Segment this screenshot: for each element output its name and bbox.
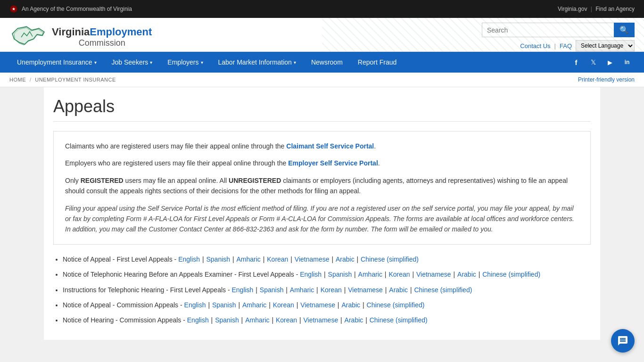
nav-labor-market[interactable]: Labor Market Information ▾ (211, 52, 304, 73)
logo-text: VirginiaEmployment Commission (52, 26, 152, 48)
logo-employment: Employment (90, 26, 152, 38)
find-agency-link[interactable]: Find an Agency (595, 6, 635, 12)
nav-links: Unemployment Insurance ▾ Job Seekers ▾ E… (9, 52, 569, 73)
page-title: Appeals (53, 97, 591, 122)
content-box: Claimants who are registered users may f… (53, 131, 591, 245)
notice-hearing-commission-korean[interactable]: Korean (276, 316, 297, 324)
search-button[interactable]: 🔍 (614, 23, 635, 37)
list-item-label: Notice of Appeal - Commission Appeals - (63, 301, 184, 309)
notice-appeal-first-chinese[interactable]: Chinese (simplified) (361, 255, 419, 263)
notice-hearing-commission-amharic[interactable]: Amharic (245, 316, 269, 324)
instructions-telephonic-spanish[interactable]: Spanish (260, 286, 284, 294)
notice-appeal-first-korean[interactable]: Korean (267, 255, 288, 263)
notice-appeal-commission-arabic[interactable]: Arabic (341, 301, 360, 309)
logo-commission: Commission (52, 38, 152, 48)
notice-appeal-first-english[interactable]: English (178, 255, 200, 263)
notice-hearing-commission-chinese[interactable]: Chinese (simplified) (370, 316, 428, 324)
nav-employers[interactable]: Employers ▾ (160, 52, 210, 73)
notice-appeal-commission-korean[interactable]: Korean (273, 301, 294, 309)
notice-appeal-first-vietnamese[interactable]: Vietnamese (295, 255, 330, 263)
notice-hearing-commission-vietnamese[interactable]: Vietnamese (304, 316, 339, 324)
search-row: 🔍 (482, 23, 635, 37)
breadcrumb-section: UNEMPLOYMENT INSURANCE (35, 77, 116, 82)
linkedin-icon[interactable]: in (619, 55, 635, 70)
registered-para: Only REGISTERED users may file an appeal… (65, 175, 579, 197)
virginia-gov-link[interactable]: Virginia.gov (558, 6, 587, 12)
top-bar: ★ An Agency of the Commonwealth of Virgi… (0, 0, 644, 18)
header: VirginiaEmployment Commission 🔍 Contact … (0, 18, 644, 52)
employer-portal-link[interactable]: Employer Self Service Portal (288, 159, 378, 167)
notice-appeal-commission-vietnamese[interactable]: Vietnamese (300, 301, 335, 309)
notice-appeal-first-spanish[interactable]: Spanish (206, 255, 230, 263)
nav-newsroom[interactable]: Newsroom (304, 52, 350, 73)
list-item-label: Notice of Appeal - First Level Appeals - (63, 255, 178, 263)
dropdown-arrow: ▾ (294, 60, 296, 65)
instructions-telephonic-english[interactable]: English (231, 286, 253, 294)
list-item-label: Notice of Hearing - Commission Appeals - (63, 316, 187, 324)
notice-telephonic-chinese[interactable]: Chinese (simplified) (482, 271, 540, 278)
notice-telephonic-spanish[interactable]: Spanish (328, 271, 352, 278)
facebook-icon[interactable]: f (569, 55, 584, 70)
list-item: Notice of Appeal - First Level Appeals -… (63, 254, 591, 264)
dropdown-arrow: ▾ (201, 60, 203, 65)
header-right: 🔍 Contact Us | FAQ Select Language Engli… (482, 23, 635, 51)
notice-hearing-commission-english[interactable]: English (187, 316, 209, 324)
breadcrumb-path: HOME / UNEMPLOYMENT INSURANCE (9, 77, 116, 82)
chat-icon (617, 335, 628, 340)
top-bar-left: ★ An Agency of the Commonwealth of Virgi… (9, 5, 132, 13)
notice-hearing-commission-spanish[interactable]: Spanish (215, 316, 239, 324)
unregistered-text: UNREGISTERED (229, 177, 281, 184)
language-select[interactable]: Select Language English Spanish (576, 40, 635, 51)
notice-hearing-commission-arabic[interactable]: Arabic (345, 316, 363, 324)
registered-text: REGISTERED (81, 177, 124, 184)
main-content: Appeals Claimants who are registered use… (44, 87, 600, 340)
instructions-telephonic-vietnamese[interactable]: Vietnamese (348, 286, 383, 294)
utility-row: Contact Us | FAQ Select Language English… (520, 40, 635, 51)
list-item: Notice of Hearing - Commission Appeals -… (63, 315, 591, 325)
twitter-icon[interactable]: 𝕏 (586, 55, 601, 70)
youtube-icon[interactable]: ▶ (603, 55, 618, 70)
breadcrumb: HOME / UNEMPLOYMENT INSURANCE Printer-fr… (0, 73, 644, 87)
instructions-telephonic-chinese[interactable]: Chinese (simplified) (414, 286, 472, 294)
breadcrumb-home[interactable]: HOME (9, 77, 26, 82)
dropdown-arrow: ▾ (150, 60, 152, 65)
printer-friendly-link[interactable]: Printer-friendly version (578, 76, 635, 83)
notice-telephonic-korean[interactable]: Korean (388, 271, 410, 278)
virginia-flag-icon: ★ (9, 5, 18, 13)
notice-telephonic-arabic[interactable]: Arabic (457, 271, 476, 278)
agency-text: An Agency of the Commonwealth of Virgini… (22, 6, 132, 12)
list-item: Notice of Telephonic Hearing Before an A… (63, 269, 591, 280)
claimant-portal-link[interactable]: Claimant Self Service Portal (286, 142, 374, 150)
svg-marker-3 (14, 27, 43, 45)
notice-appeal-first-amharic[interactable]: Amharic (236, 255, 260, 263)
chat-button[interactable] (611, 329, 635, 340)
nav-unemployment-insurance[interactable]: Unemployment Insurance ▾ (9, 52, 104, 73)
virginia-map-logo (9, 23, 47, 51)
instructions-telephonic-arabic[interactable]: Arabic (389, 286, 408, 294)
contact-us-link[interactable]: Contact Us (520, 42, 550, 49)
svg-text:★: ★ (12, 7, 16, 11)
notice-appeal-commission-spanish[interactable]: Spanish (212, 301, 236, 309)
social-icons: f 𝕏 ▶ in (569, 55, 635, 70)
notice-appeal-commission-amharic[interactable]: Amharic (242, 301, 266, 309)
list-item-label: Instructions for Telephonic Hearing - Fi… (63, 286, 231, 294)
search-input[interactable] (482, 23, 614, 37)
notice-appeal-commission-chinese[interactable]: Chinese (simplified) (367, 301, 425, 309)
faq-link[interactable]: FAQ (560, 42, 572, 49)
main-navigation: Unemployment Insurance ▾ Job Seekers ▾ E… (0, 52, 644, 73)
notice-telephonic-english[interactable]: English (300, 271, 322, 278)
italic-para: Filing your appeal using the Self Servic… (65, 203, 579, 235)
notice-appeal-commission-english[interactable]: English (184, 301, 206, 309)
notice-telephonic-vietnamese[interactable]: Vietnamese (416, 271, 451, 278)
nav-job-seekers[interactable]: Job Seekers ▾ (104, 52, 160, 73)
instructions-telephonic-amharic[interactable]: Amharic (290, 286, 314, 294)
instructions-telephonic-korean[interactable]: Korean (321, 286, 342, 294)
logo-virginia: Virginia (52, 26, 90, 38)
top-bar-right: Virginia.gov | Find an Agency (558, 6, 635, 12)
list-item-label: Notice of Telephonic Hearing Before an A… (63, 271, 300, 278)
list-item: Instructions for Telephonic Hearing - Fi… (63, 285, 591, 295)
logo-area: VirginiaEmployment Commission (9, 23, 152, 51)
nav-report-fraud[interactable]: Report Fraud (350, 52, 404, 73)
notice-telephonic-amharic[interactable]: Amharic (358, 271, 382, 278)
notice-appeal-first-arabic[interactable]: Arabic (336, 255, 355, 263)
